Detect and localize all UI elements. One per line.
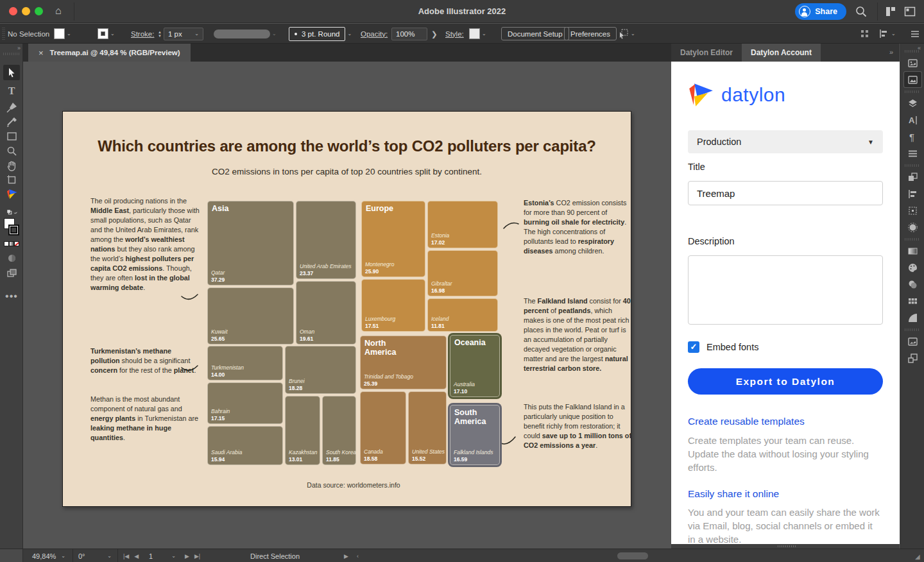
scroll-left-icon[interactable]: ‹ bbox=[357, 549, 359, 562]
gradient-panel-icon[interactable] bbox=[904, 243, 921, 259]
treemap-cell-estonia[interactable]: Estonia17.02 bbox=[427, 201, 498, 248]
status-expand-icon[interactable]: ▶ bbox=[344, 549, 348, 562]
panel-resize-bar[interactable] bbox=[671, 544, 900, 549]
none-button[interactable] bbox=[14, 241, 19, 246]
isolate-selection-icon[interactable]: ⌄ bbox=[618, 24, 635, 44]
eyedropper-tool[interactable] bbox=[3, 114, 20, 130]
color-panel-icon[interactable] bbox=[904, 260, 921, 275]
brushes-panel-icon[interactable] bbox=[904, 310, 921, 325]
treemap-chart[interactable]: Qatar37.29 United Arab Emirates23.37 Kuw… bbox=[206, 200, 501, 468]
libraries-panel-icon[interactable] bbox=[904, 55, 921, 71]
pen-tool[interactable] bbox=[3, 99, 20, 115]
environment-select[interactable]: Production ▼ bbox=[688, 130, 883, 153]
artboards-panel-icon[interactable] bbox=[904, 72, 921, 87]
treemap-cell-kazakhstan[interactable]: Kazakhstan13.01 bbox=[285, 396, 320, 465]
drag-grip[interactable] bbox=[2, 28, 5, 40]
color-guide-panel-icon[interactable] bbox=[904, 277, 921, 292]
pathfinder-panel-icon[interactable] bbox=[904, 169, 921, 185]
stroke-color-box[interactable] bbox=[8, 225, 19, 235]
document-setup-button[interactable]: Document Setup bbox=[501, 24, 569, 44]
appearance-panel-icon[interactable] bbox=[904, 219, 921, 235]
opacity-panel-link[interactable]: Opacity: bbox=[361, 24, 388, 44]
rectangle-tool[interactable] bbox=[3, 128, 20, 144]
zoom-tool[interactable] bbox=[3, 143, 20, 158]
resize-handle[interactable]: ◢ bbox=[915, 553, 921, 559]
artboard-nav-first[interactable]: |◀◀ bbox=[123, 549, 139, 562]
treemap-cell-oman[interactable]: Oman19.61 bbox=[296, 281, 356, 345]
export-to-datylon-button[interactable]: Export to Datylon bbox=[688, 368, 883, 395]
align-options-icon[interactable]: ⌄ bbox=[878, 24, 896, 44]
variable-width-profile[interactable]: ⌄ bbox=[214, 24, 277, 44]
fill-color-control[interactable]: ⌄ bbox=[54, 24, 71, 44]
treemap-cell-turkmenistan[interactable]: Turkmenistan14.00 bbox=[207, 346, 283, 380]
horizontal-scrollbar-thumb[interactable] bbox=[617, 552, 648, 559]
panel-toggle-icon[interactable] bbox=[903, 5, 916, 18]
artboard[interactable]: Which countries are among the world’s to… bbox=[62, 111, 631, 507]
treemap-cell-south-korea[interactable]: South Korea11.85 bbox=[322, 396, 356, 465]
treemap-cell-luxembourg[interactable]: Luxembourg17.51 bbox=[361, 279, 425, 332]
fill-swatch[interactable] bbox=[54, 28, 65, 39]
asset-export-panel-icon[interactable] bbox=[904, 350, 921, 366]
link-create-reusable-templates[interactable]: Create reusable templates bbox=[688, 416, 805, 427]
fill-stroke-swatches[interactable] bbox=[3, 218, 20, 237]
document-tab[interactable]: × Treemap.ai @ 49,84 % (RGB/Preview) bbox=[28, 44, 191, 62]
dock-grip[interactable] bbox=[905, 90, 920, 93]
color-button[interactable] bbox=[4, 241, 9, 246]
tab-datylon-editor[interactable]: Datylon Editor bbox=[671, 44, 742, 62]
shape-builder-tool[interactable] bbox=[3, 250, 20, 266]
expand-panels-icon[interactable]: « bbox=[918, 45, 920, 51]
treemap-cell-kuwait[interactable]: Kuwait25.65 bbox=[207, 287, 294, 345]
close-tab-icon[interactable]: × bbox=[38, 48, 44, 58]
brush-definition[interactable]: 3 pt. Round ⌄ bbox=[289, 24, 352, 44]
style-panel-link[interactable]: Style: bbox=[445, 24, 464, 44]
treemap-cell-canada[interactable]: Canada18.58 bbox=[360, 391, 406, 464]
treemap-cell-iceland[interactable]: Iceland11.81 bbox=[427, 298, 498, 332]
stroke-color-control[interactable]: ⌄ bbox=[98, 24, 115, 44]
menu-list-icon[interactable] bbox=[910, 24, 920, 44]
opacity-expand-arrow[interactable]: ❯ bbox=[431, 24, 438, 44]
rotation-select[interactable]: 0°⌄ bbox=[78, 549, 112, 562]
selection-tool[interactable] bbox=[3, 65, 20, 80]
transform-panel-icon[interactable] bbox=[904, 203, 921, 218]
treemap-cell-uae[interactable]: United Arab Emirates23.37 bbox=[296, 201, 356, 279]
color-type-strip[interactable] bbox=[4, 241, 19, 246]
tab-datylon-account[interactable]: Datylon Account bbox=[742, 44, 821, 62]
hand-tool[interactable] bbox=[3, 158, 20, 173]
treemap-cell-saudi-arabia[interactable]: Saudi Arabia15.94 bbox=[207, 426, 283, 465]
stroke-swatch[interactable] bbox=[98, 28, 108, 39]
canvas[interactable]: Which countries are among the world’s to… bbox=[23, 62, 671, 549]
embed-fonts-option[interactable]: ✓ Embed fonts bbox=[688, 341, 758, 353]
checkbox-checked-icon[interactable]: ✓ bbox=[688, 341, 699, 353]
type-tool[interactable]: T bbox=[3, 83, 20, 99]
dock-grip[interactable] bbox=[905, 328, 920, 331]
draw-modes-icon[interactable] bbox=[3, 266, 20, 281]
workspace-switcher-icon[interactable] bbox=[884, 5, 897, 18]
treemap-cell-qatar[interactable]: Qatar37.29 bbox=[207, 201, 294, 285]
style-swatch[interactable] bbox=[469, 28, 480, 39]
character-panel-icon[interactable]: A bbox=[904, 112, 921, 128]
dock-grip[interactable] bbox=[905, 238, 920, 241]
search-icon[interactable] bbox=[855, 5, 868, 18]
link-easily-share-it-online[interactable]: Easily share it online bbox=[688, 488, 779, 500]
treemap-cell-brunei[interactable]: Brunei18.28 bbox=[285, 346, 356, 394]
artboard-nav-last[interactable]: ▶▶| bbox=[185, 549, 200, 562]
layers-panel-icon[interactable] bbox=[904, 96, 921, 111]
title-input[interactable]: Treemap bbox=[688, 181, 883, 205]
paragraph-panel-icon[interactable]: ¶ bbox=[904, 129, 921, 144]
treemap-cell-united-states[interactable]: United States15.52 bbox=[408, 391, 447, 464]
artboard-number-select[interactable]: 1⌄ bbox=[149, 549, 176, 562]
treemap-cell-gibraltar[interactable]: Gibraltar16.98 bbox=[427, 250, 498, 296]
datylon-tool-icon[interactable] bbox=[3, 186, 20, 201]
collapse-tools-icon[interactable]: » bbox=[17, 45, 20, 51]
zoom-level-select[interactable]: 49,84%⌄ bbox=[32, 549, 65, 562]
artboard-tool[interactable] bbox=[3, 172, 20, 187]
align-panel-icon[interactable] bbox=[904, 186, 921, 201]
gradient-button[interactable] bbox=[9, 241, 14, 246]
image-trace-panel-icon[interactable] bbox=[904, 334, 921, 349]
panel-menu-icon[interactable]: » bbox=[889, 48, 893, 56]
opacity-control[interactable]: 100% bbox=[391, 24, 427, 44]
stroke-width-control[interactable]: ▲▼ 1 px⌄ bbox=[158, 24, 203, 44]
stroke-panel-link[interactable]: Stroke: bbox=[131, 24, 154, 44]
touch-workspace-icon[interactable] bbox=[860, 24, 869, 44]
preferences-button[interactable]: Preferences bbox=[564, 24, 617, 44]
